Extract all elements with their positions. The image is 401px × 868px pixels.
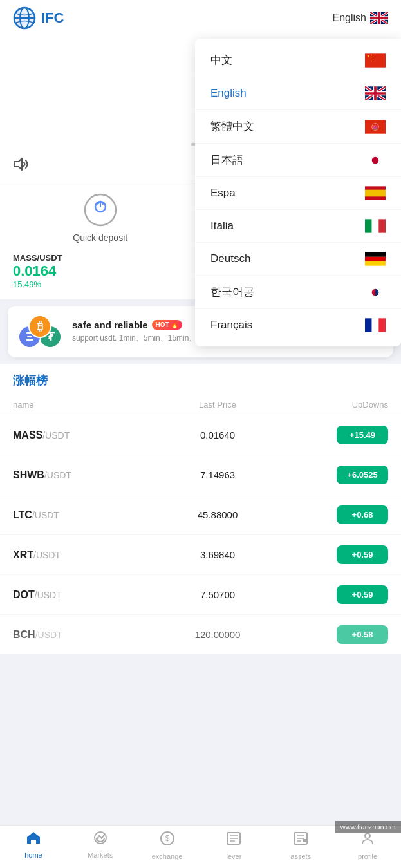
lang-label-es: Espa [210, 187, 236, 200]
lang-item-jp[interactable]: 日本語 [195, 144, 401, 177]
globe-icon [13, 6, 36, 30]
exchange-icon: $ [160, 831, 175, 850]
fr-flag-icon [365, 318, 386, 332]
lang-item-de[interactable]: Deutsch [195, 243, 401, 276]
col-header-updown: UpDowns [286, 400, 388, 410]
nav-markets[interactable]: Markets [67, 831, 134, 860]
it-flag-icon [365, 219, 386, 233]
cn-flag-icon [365, 53, 386, 68]
market-row-shwb[interactable]: SHWB/USDT 7.14963 +6.0525 [0, 455, 401, 495]
lang-item-kr[interactable]: 한국어공 [195, 276, 401, 309]
row-name-xrt: XRT/USDT [13, 549, 149, 561]
svg-point-15 [372, 156, 379, 164]
quick-deposit-icon [83, 193, 118, 227]
up-badge-bch: +0.58 [337, 625, 388, 644]
uk-flag-icon [370, 12, 388, 24]
row-price-xrt: 3.69840 [149, 549, 286, 560]
quick-deposit-label: Quick deposit [73, 232, 127, 243]
row-updown-bch: +0.58 [286, 625, 388, 644]
jp-flag-icon [365, 153, 386, 167]
current-language-label: English [333, 12, 366, 24]
nav-markets-label: Markets [88, 851, 113, 859]
lang-item-en[interactable]: English [195, 77, 401, 110]
row-price-mass: 0.01640 [149, 429, 286, 440]
up-badge-xrt: +0.59 [337, 545, 388, 564]
row-updown-ltc: +0.68 [286, 505, 388, 524]
market-row-xrt[interactable]: XRT/USDT 3.69840 +0.59 [0, 535, 401, 575]
up-badge-mass: +15.49 [337, 426, 388, 444]
svg-rect-18 [365, 219, 372, 232]
nav-home[interactable]: home [0, 831, 67, 860]
row-name-dot: DOT/USDT [13, 589, 149, 601]
markets-icon [93, 831, 108, 849]
svg-rect-19 [372, 219, 379, 232]
lang-label-kr: 한국어공 [210, 285, 254, 299]
row-name-mass: MASS/USDT [13, 429, 149, 441]
row-price-dot: 7.50700 [149, 589, 286, 600]
language-dropdown: 中文 English 繁體中文 🌺 日本語 [195, 39, 401, 346]
svg-rect-20 [378, 219, 386, 232]
lang-label-zh: 中文 [210, 53, 232, 68]
lang-label-tw: 繁體中文 [210, 119, 254, 134]
market-card: 涨幅榜 name Last Price UpDowns MASS/USDT 0.… [0, 364, 401, 654]
nav-exchange-label: exchange [152, 853, 183, 860]
row-name-shwb: SHWB/USDT [13, 469, 149, 481]
market-row-mass[interactable]: MASS/USDT 0.01640 +15.49 [0, 415, 401, 455]
svg-rect-42 [303, 839, 306, 842]
nav-profile-label: profile [358, 853, 377, 860]
hot-badge: HOT 🔥 [152, 320, 183, 330]
svg-marker-29 [14, 158, 22, 170]
app-header: IFC English [0, 0, 401, 36]
nav-assets[interactable]: assets [267, 831, 334, 860]
es-flag-icon [365, 186, 386, 200]
market-row-dot[interactable]: DOT/USDT 7.50700 +0.59 [0, 575, 401, 615]
svg-point-30 [85, 194, 116, 225]
nav-assets-label: assets [290, 853, 311, 860]
lang-item-zh[interactable]: 中文 [195, 44, 401, 77]
svg-rect-26 [365, 318, 372, 332]
ticker-mass[interactable]: MASS/USDT 0.0164 15.49% [13, 253, 189, 289]
lang-item-tw[interactable]: 繁體中文 🌺 [195, 110, 401, 144]
svg-rect-23 [365, 261, 386, 266]
col-header-price: Last Price [149, 400, 286, 410]
market-row-ltc[interactable]: LTC/USDT 45.88000 +0.68 [0, 495, 401, 535]
row-price-shwb: 7.14963 [149, 469, 286, 480]
promo-coins: ₿ Ξ ₮ [18, 315, 64, 348]
assets-icon [293, 831, 308, 850]
svg-rect-28 [378, 318, 386, 332]
row-price-bch: 120.00000 [149, 629, 286, 640]
nav-profile[interactable]: profile [334, 831, 401, 860]
ticker-change-mass: 15.49% [13, 279, 189, 289]
lang-item-es[interactable]: Espa [195, 177, 401, 210]
quick-deposit-action[interactable]: Quick deposit [0, 193, 201, 243]
nav-lever-label: lever [226, 853, 241, 860]
lang-label-fr: Français [210, 319, 252, 332]
nav-lever[interactable]: lever [200, 831, 267, 860]
col-header-name: name [13, 400, 149, 410]
lang-label-jp: 日本語 [210, 153, 243, 167]
lang-label-en: English [210, 87, 247, 100]
kr-flag-icon [365, 285, 386, 299]
nav-exchange[interactable]: $ exchange [134, 831, 201, 860]
svg-rect-27 [372, 318, 379, 332]
svg-text:🌺: 🌺 [373, 124, 378, 129]
hk-flag-icon: 🌺 [365, 120, 386, 134]
lever-icon [226, 831, 241, 850]
home-icon [26, 831, 41, 849]
btc-coin-icon: ₿ [28, 315, 51, 338]
market-section: 涨幅榜 name Last Price UpDowns MASS/USDT 0.… [0, 364, 401, 654]
row-price-ltc: 45.88000 [149, 509, 286, 520]
market-row-bch[interactable]: BCH/USDT 120.00000 +0.58 [0, 615, 401, 654]
up-badge-ltc: +0.68 [337, 505, 388, 524]
row-updown-dot: +0.59 [286, 585, 388, 604]
lang-item-it[interactable]: Italia [195, 210, 401, 243]
profile-icon [360, 831, 375, 850]
language-button[interactable]: English [333, 12, 388, 24]
lang-label-de: Deutsch [210, 252, 250, 265]
sound-icon[interactable] [13, 157, 30, 175]
row-updown-xrt: +0.59 [286, 545, 388, 564]
table-header: name Last Price UpDowns [0, 395, 401, 415]
row-updown-mass: +15.49 [286, 426, 388, 444]
svg-rect-4 [365, 53, 386, 67]
lang-item-fr[interactable]: Français [195, 309, 401, 341]
